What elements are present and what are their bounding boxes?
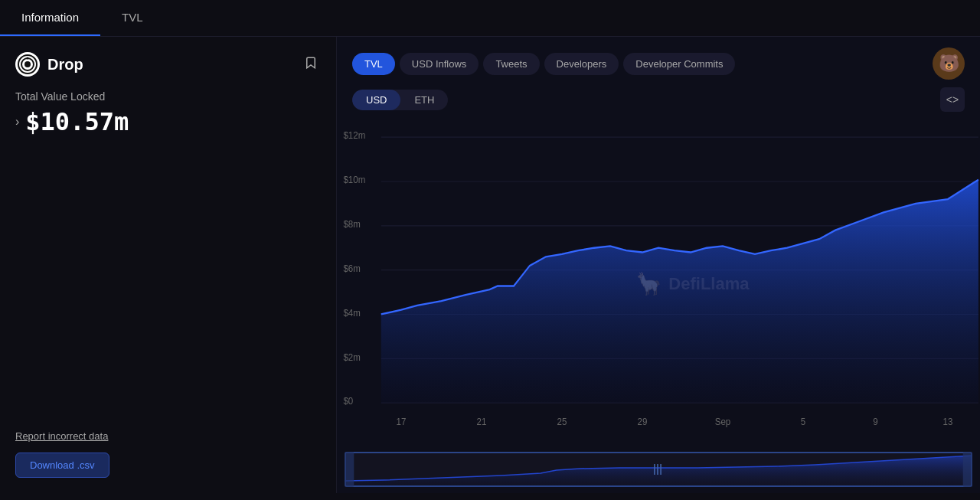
y-label-12m: $12m xyxy=(343,130,365,142)
tvl-label: Total Value Locked xyxy=(15,90,321,103)
x-label-13: 13 xyxy=(943,417,953,428)
metric-tabs: TVL USD Inflows Tweets Developers Develo… xyxy=(352,53,735,75)
x-label-21: 21 xyxy=(477,417,487,428)
protocol-name: Drop xyxy=(47,56,83,74)
x-label-5: 5 xyxy=(801,417,806,428)
y-label-10m: $10m xyxy=(343,175,365,186)
svg-point-10 xyxy=(27,57,29,60)
top-tab-bar: Information TVL xyxy=(0,0,980,37)
main-layout: Drop Total Value Locked › $10.57m Report… xyxy=(0,37,980,493)
x-label-29: 29 xyxy=(638,417,648,428)
chart-svg: $12m $10m $8m $6m $4m $2m $0 xyxy=(337,119,980,447)
y-label-2m: $2m xyxy=(343,351,360,363)
metric-tab-developer-commits[interactable]: Developer Commits xyxy=(623,53,735,75)
chart-container: $12m $10m $8m $6m $4m $2m $0 xyxy=(337,119,980,493)
metric-tab-usd-inflows[interactable]: USD Inflows xyxy=(400,53,479,75)
protocol-info: Drop xyxy=(15,52,83,77)
x-label-25: 25 xyxy=(557,417,567,428)
y-label-4m: $4m xyxy=(343,307,360,319)
tab-information[interactable]: Information xyxy=(0,0,100,36)
tvl-value: $10.57m xyxy=(25,107,129,136)
metric-tab-tvl[interactable]: TVL xyxy=(352,53,395,75)
svg-rect-21 xyxy=(963,452,972,487)
protocol-icon xyxy=(15,52,40,77)
x-label-17: 17 xyxy=(397,417,407,428)
tvl-value-row: › $10.57m xyxy=(15,107,321,136)
download-csv-button[interactable]: Download .csv xyxy=(15,453,109,478)
x-label-sep: Sep xyxy=(715,417,731,428)
currency-row: USD ETH <> xyxy=(337,87,980,119)
y-label-6m: $6m xyxy=(343,263,360,274)
svg-point-9 xyxy=(24,61,31,67)
metric-tab-tweets[interactable]: Tweets xyxy=(483,53,539,75)
sidebar: Drop Total Value Locked › $10.57m Report… xyxy=(0,37,337,493)
chart-minimap[interactable] xyxy=(345,452,972,487)
bookmark-button[interactable] xyxy=(301,53,321,77)
embed-code-button[interactable]: <> xyxy=(940,87,965,112)
metric-tab-developers[interactable]: Developers xyxy=(544,53,619,75)
metric-tabs-row: TVL USD Inflows Tweets Developers Develo… xyxy=(337,37,980,87)
tvl-expand-icon[interactable]: › xyxy=(15,115,19,129)
sidebar-spacer xyxy=(15,152,321,430)
x-label-9: 9 xyxy=(873,417,878,428)
report-incorrect-data-link[interactable]: Report incorrect data xyxy=(15,430,321,442)
user-avatar[interactable]: 🐻 xyxy=(933,47,965,80)
protocol-header: Drop xyxy=(15,52,321,77)
y-label-8m: $8m xyxy=(343,219,360,230)
currency-tab-eth[interactable]: ETH xyxy=(400,90,448,110)
chart-area: TVL USD Inflows Tweets Developers Develo… xyxy=(337,37,980,493)
tab-tvl[interactable]: TVL xyxy=(100,0,165,36)
currency-tabs: USD ETH xyxy=(352,90,448,110)
svg-rect-20 xyxy=(345,452,354,487)
y-label-0: $0 xyxy=(343,396,353,407)
currency-tab-usd[interactable]: USD xyxy=(352,90,400,110)
